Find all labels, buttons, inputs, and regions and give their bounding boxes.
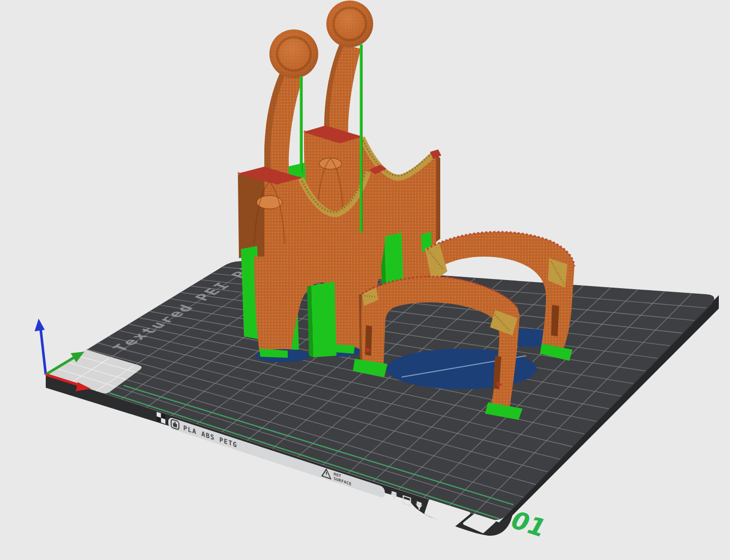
body-left-face <box>238 168 264 258</box>
body-right-face <box>436 155 440 242</box>
slicer-3d-viewport[interactable]: Textured PEI Plate PLA ABS PETG HOT SURF… <box>0 0 730 560</box>
eye-socket <box>319 158 342 169</box>
eye-socket <box>257 196 282 209</box>
